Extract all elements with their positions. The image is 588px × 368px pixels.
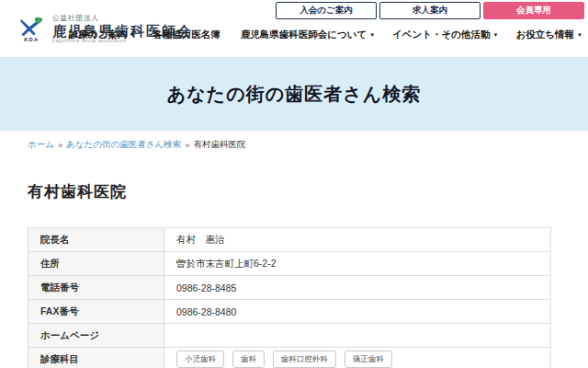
department-tag-dental[interactable]: 歯科 [232,351,265,368]
table-row-phone: 電話番号 0986-28-8485 [28,276,551,300]
nav-item-events[interactable]: イベント・その他活動 ▼ [392,29,498,41]
nav-label: 鹿児島県歯科医師会について [241,29,367,41]
header-action-buttons: 入会のご案内 求人案内 会員専用 [276,2,584,19]
chevron-down-icon: ▼ [369,32,375,38]
row-value [164,324,551,348]
kda-logo-abbr: KDA [24,37,39,42]
members-only-button[interactable]: 会員専用 [483,2,584,19]
breadcrumb-separator: » [58,140,62,150]
job-info-label: 求人案内 [413,5,447,17]
table-row-homepage: ホームページ [28,324,551,348]
nav-item-clinic-guide[interactable]: 診療のご案内 ▼ [69,29,135,41]
main-nav: 診療のご案内 ▼ 各種協力医名簿 鹿児島県歯科医師会について ▼ イベント・その… [69,29,582,41]
chevron-down-icon: ▼ [130,32,135,38]
table-row-director: 院長名 有村 惠治 [28,228,551,252]
members-only-label: 会員専用 [516,5,551,17]
row-value: 0986-28-8480 [164,300,551,324]
nav-label: お役立ち情報 [516,29,575,41]
nav-label: 診療のご案内 [69,29,128,41]
row-value: 有村 惠治 [164,228,551,252]
department-tag-orthodontic[interactable]: 矯正歯科 [345,351,392,368]
breadcrumb-search-link[interactable]: あなたの街の歯医者さん検索 [66,139,181,151]
hero-banner: あなたの街の歯医者さん検索 [0,57,588,131]
breadcrumb-separator: » [185,140,189,150]
row-label: 住所 [28,252,164,276]
row-value-departments: 小児歯科 歯科 歯科口腔外科 矯正歯科 [164,348,551,368]
job-info-button[interactable]: 求人案内 [379,2,481,19]
site-header: KDA 公益社団法人 鹿児島県歯科医師会 Kagoshima dental as… [0,0,588,57]
nav-item-cooperating-doctors[interactable]: 各種協力医名簿 [153,29,223,41]
row-label: ホームページ [28,324,164,348]
org-type-label: 公益社団法人 [52,15,193,23]
department-tag-pediatric[interactable]: 小児歯科 [176,351,224,368]
row-value: 曽於市末吉町上町6-2-2 [164,252,551,276]
nav-label: 各種協力医名簿 [153,29,220,41]
chevron-down-icon: ▼ [577,32,582,38]
row-label: 電話番号 [28,276,164,300]
join-guide-button[interactable]: 入会のご案内 [276,2,377,19]
hero-title: あなたの街の歯医者さん検索 [167,82,421,107]
table-row-fax: FAX番号 0986-28-8480 [28,300,551,324]
join-guide-label: 入会のご案内 [300,5,352,17]
row-label: 院長名 [28,228,164,252]
table-row-departments: 診療科目 小児歯科 歯科 歯科口腔外科 矯正歯科 [28,348,551,368]
breadcrumb: ホーム » あなたの街の歯医者さん検索 » 有村歯科医院 [28,139,560,151]
row-value: 0986-28-8485 [164,276,551,300]
kda-logo-icon: KDA [17,16,46,42]
department-tag-oral-surgery[interactable]: 歯科口腔外科 [273,351,336,368]
clinic-detail-table: 院長名 有村 惠治 住所 曽於市末吉町上町6-2-2 電話番号 0986-28-… [28,227,551,368]
row-label: FAX番号 [28,300,164,324]
nav-item-about-association[interactable]: 鹿児島県歯科医師会について ▼ [241,29,375,41]
row-label: 診療科目 [28,348,164,368]
breadcrumb-home-link[interactable]: ホーム [28,139,54,151]
nav-label: イベント・その他活動 [392,29,490,41]
breadcrumb-current-page: 有村歯科医院 [194,139,246,151]
table-row-address: 住所 曽於市末吉町上町6-2-2 [28,252,551,276]
chevron-down-icon: ▼ [493,32,499,38]
nav-item-useful-info[interactable]: お役立ち情報 ▼ [516,29,582,41]
kda-logo-mark-icon [17,16,45,38]
page-title: 有村歯科医院 [28,181,560,202]
main-content: ホーム » あなたの街の歯医者さん検索 » 有村歯科医院 有村歯科医院 院長名 … [0,139,588,368]
